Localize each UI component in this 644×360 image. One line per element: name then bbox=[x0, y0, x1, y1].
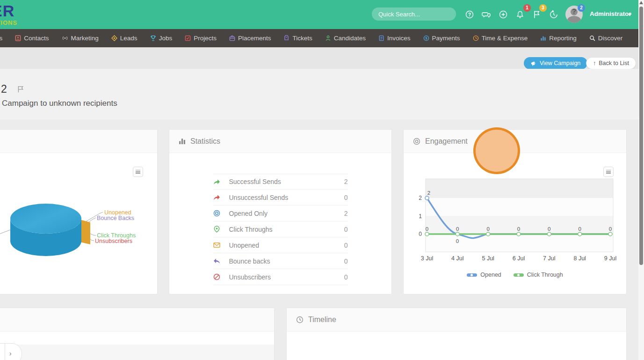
target-icon bbox=[111, 35, 117, 41]
pie-card-header bbox=[0, 130, 157, 153]
flag-icon[interactable] bbox=[532, 10, 542, 19]
add-icon[interactable] bbox=[499, 10, 508, 19]
nav-item-time-expense[interactable]: Time & Expense bbox=[473, 35, 528, 42]
engagement-card-title: Engagement bbox=[425, 137, 468, 146]
history-icon[interactable] bbox=[549, 10, 558, 19]
data-label: 0 bbox=[456, 238, 459, 244]
tag-icon bbox=[283, 35, 289, 41]
stat-value: 2 bbox=[344, 210, 348, 217]
nav-item-candidates[interactable]: Candidates bbox=[325, 35, 366, 42]
chevron-down-icon bbox=[628, 14, 632, 16]
quick-search[interactable] bbox=[372, 7, 456, 21]
click-indicator-overlay bbox=[473, 127, 520, 174]
statistics-icon bbox=[179, 138, 186, 145]
briefcase-icon bbox=[229, 35, 235, 41]
overview-pie-card: Unopened Bounce Backs Click Throughs Uns… bbox=[0, 129, 158, 294]
scroll-up-arrow-icon[interactable] bbox=[639, 1, 643, 4]
stat-row-unopened: Unopened 0 bbox=[213, 237, 348, 253]
nav-item-payments[interactable]: $ Payments bbox=[423, 35, 460, 42]
data-label: 0 bbox=[548, 226, 550, 232]
stat-row-bounce-backs: Bounce backs 0 bbox=[213, 253, 348, 269]
legend-marker-click-through bbox=[514, 273, 524, 277]
pagination-next-button[interactable]: › bbox=[0, 343, 22, 360]
data-point bbox=[547, 232, 551, 236]
app-logo[interactable]: ER UTIONS bbox=[0, 3, 17, 26]
chevron-right-icon: › bbox=[9, 350, 12, 357]
x-tick: 3 Jul bbox=[421, 255, 433, 262]
campaign-flag-icon[interactable] bbox=[17, 85, 25, 93]
nav-item-discover[interactable]: Discover bbox=[589, 35, 623, 42]
timeline-card-title: Timeline bbox=[308, 316, 336, 324]
reply-arrow-icon bbox=[213, 258, 220, 264]
clock-icon bbox=[473, 35, 479, 41]
pie-slice-main[interactable] bbox=[10, 204, 81, 234]
top-header: ER UTIONS ? bbox=[0, 0, 644, 29]
nav-item-jobs[interactable]: Jobs bbox=[150, 35, 173, 42]
legend-item-click-through[interactable]: Click Through bbox=[514, 272, 563, 278]
nav-item-contacts[interactable]: Contacts bbox=[15, 35, 49, 42]
document-icon bbox=[378, 35, 384, 41]
timeline-clock-icon bbox=[296, 316, 304, 323]
data-point bbox=[517, 232, 521, 236]
nav-item-tickets[interactable]: Tickets bbox=[283, 35, 312, 42]
data-label: 0 bbox=[578, 226, 581, 232]
avatar-badge: 2 bbox=[578, 4, 585, 12]
user-menu[interactable]: Administrator bbox=[590, 10, 631, 17]
stat-row-unsubscribers: Unsubscribers 0 bbox=[213, 269, 348, 285]
statistics-list: Successful Sends 2 Unsuccessful Sends 0 … bbox=[213, 174, 348, 285]
nav-item-reporting[interactable]: Reporting bbox=[540, 35, 577, 42]
stat-value: 0 bbox=[344, 242, 348, 249]
map-pin-icon bbox=[213, 226, 220, 233]
nav-item-invoices[interactable]: Invoices bbox=[378, 35, 411, 42]
x-tick: 4 Jul bbox=[451, 255, 463, 262]
help-icon[interactable]: ? bbox=[465, 10, 474, 19]
search-input[interactable] bbox=[372, 7, 456, 21]
x-tick: 5 Jul bbox=[482, 255, 494, 262]
pie-slice-unopened[interactable] bbox=[80, 220, 90, 244]
trophy-icon bbox=[150, 35, 156, 41]
bell-badge: 1 bbox=[523, 4, 531, 12]
data-label: 2 bbox=[427, 190, 430, 196]
data-point bbox=[608, 232, 612, 236]
data-point bbox=[456, 232, 459, 236]
pie-label-unsubscribers[interactable]: Unsubscribers bbox=[95, 238, 132, 244]
envelope-icon bbox=[213, 242, 220, 248]
nav-item-placements[interactable]: Placements bbox=[229, 35, 271, 42]
stat-row-unsuccessful-sends: Unsuccessful Sends 0 bbox=[213, 190, 348, 206]
logo-text-bottom: UTIONS bbox=[0, 20, 17, 26]
x-tick: 8 Jul bbox=[573, 255, 586, 262]
nav-item-projects[interactable]: Projects bbox=[185, 35, 217, 42]
engagement-chart-menu-button[interactable] bbox=[603, 167, 614, 177]
view-campaign-button[interactable]: View Campaign bbox=[524, 57, 587, 69]
data-point bbox=[578, 232, 582, 236]
nav-item-leads[interactable]: Leads bbox=[111, 35, 137, 42]
statistics-card-title: Statistics bbox=[190, 137, 220, 146]
x-tick: 6 Jul bbox=[513, 255, 525, 262]
contacts-icon bbox=[15, 35, 21, 41]
app-root: ER UTIONS ? bbox=[0, 0, 644, 360]
bell-icon[interactable] bbox=[515, 10, 525, 19]
y-tick: 1 bbox=[419, 213, 422, 220]
search-icon bbox=[589, 35, 595, 41]
bottom-left-card: › bbox=[0, 308, 275, 360]
nav-item-truncated[interactable]: es bbox=[0, 35, 2, 42]
legend-item-opened[interactable]: Opened bbox=[467, 272, 501, 278]
stat-value: 2 bbox=[344, 178, 348, 185]
timeline-card-header: Timeline bbox=[287, 308, 626, 331]
vertical-scrollbar[interactable] bbox=[638, 0, 644, 360]
stat-value: 0 bbox=[344, 273, 348, 281]
svg-text:$: $ bbox=[425, 36, 427, 40]
stat-value: 0 bbox=[344, 194, 348, 201]
payment-icon: $ bbox=[423, 35, 429, 41]
pagination-strip: › bbox=[0, 345, 274, 360]
page-header: 2 Campaign to unknown recipients bbox=[0, 69, 644, 119]
pie-label-bounce-backs[interactable]: Bounce Backs bbox=[97, 215, 134, 221]
scrollbar-thumb[interactable] bbox=[639, 7, 643, 265]
data-label: 0 bbox=[517, 226, 520, 232]
stat-row-successful-sends: Successful Sends 2 bbox=[213, 174, 348, 190]
ban-icon bbox=[213, 273, 220, 280]
nav-item-marketing[interactable]: Marketing bbox=[62, 35, 99, 42]
chat-icon[interactable] bbox=[482, 10, 491, 19]
engagement-line-chart: 2 1 0 2 0 0 0 0 0 0 0 0 bbox=[407, 178, 623, 270]
back-to-list-button[interactable]: ↑ Back to List bbox=[586, 57, 636, 69]
